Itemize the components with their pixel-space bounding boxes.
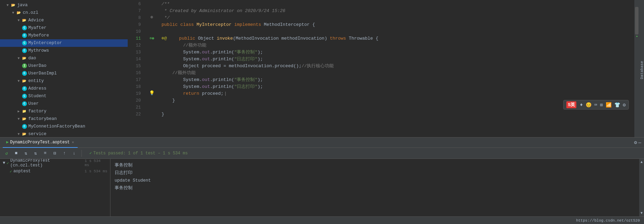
tree-item-dao[interactable]: ▼ 📂 dao xyxy=(0,54,128,62)
tree-item-myconnetionfactorybean[interactable]: C MyConnetionFactoryBean xyxy=(0,123,128,130)
test-item-time-main: 1 s 534 ms xyxy=(85,159,107,167)
class-icon-student: C xyxy=(22,94,27,99)
tab-close-icon[interactable]: ✕ xyxy=(72,140,74,144)
collapse-button[interactable]: ⊟ xyxy=(51,150,59,157)
editor-scrollbar[interactable] xyxy=(634,0,639,137)
class-icon-mybefore: C xyxy=(22,33,27,38)
tree-item-factory[interactable]: ▶ 📁 factory xyxy=(0,108,128,115)
bottom-scrollbar[interactable]: ▲ ▼ xyxy=(639,159,644,216)
stop-button[interactable]: ■ xyxy=(12,150,20,157)
bottom-panel: ▶ DynamicProxyTest.aoptest ✕ ⚙ — ↺ ■ ⇅ ⇅… xyxy=(0,137,644,216)
test-item-name-aoptest: aoptest xyxy=(13,169,31,174)
tree-label-cnozl: cn.ozl xyxy=(23,10,38,15)
tree-item-java[interactable]: ▼ 📂 java xyxy=(0,1,128,9)
folder-icon-java: 📂 xyxy=(10,2,16,8)
tree-item-mybefore[interactable]: C Mybefore xyxy=(0,32,128,39)
rerun-button[interactable]: ↺ xyxy=(3,150,10,157)
class-icon-user: C xyxy=(22,101,27,106)
test-list-area: ▼ ✓ DynamicProxyTest (cn.ozl.test) 1 s 5… xyxy=(0,159,644,216)
sort-button[interactable]: ⇅ xyxy=(22,150,30,157)
class-icon-mythrows: C xyxy=(22,48,27,53)
float-btn-emoji[interactable]: 😊 xyxy=(586,102,592,108)
bottom-tabs: ▶ DynamicProxyTest.aoptest ✕ ⚙ — xyxy=(0,138,644,148)
test-pass-icon-aoptest: ✓ xyxy=(10,169,12,174)
scroll-up-icon[interactable]: ▲ xyxy=(641,160,643,164)
tree-item-factorybean[interactable]: ▼ 📂 factorybean xyxy=(0,115,128,123)
test-list[interactable]: ▼ ✓ DynamicProxyTest (cn.ozl.test) 1 s 5… xyxy=(0,159,110,216)
folder-icon-entity: 📂 xyxy=(21,78,27,84)
nav-up-button[interactable]: ↑ xyxy=(61,150,68,157)
test-result-text: Tests passed: 1 of 1 test – 1 s 534 ms xyxy=(93,151,188,156)
tree-label-factorybean: factorybean xyxy=(28,116,57,121)
tree-label-userdao: UserDao xyxy=(28,63,47,68)
tree-label-myafter: Myafter xyxy=(28,26,47,30)
tree-label-mythrows: Mythrows xyxy=(28,48,49,53)
nav-down-button[interactable]: ↓ xyxy=(70,150,78,157)
code-line-7: * Created by Administrator on 2020/9/24 … xyxy=(162,8,634,14)
tree-item-advice[interactable]: ▼ 📂 Advice xyxy=(0,17,128,24)
float-btn-signal[interactable]: 📶 xyxy=(606,102,612,108)
output-line-3: update Student xyxy=(115,177,635,184)
gutter-icons: ⊕ ⊕◉ 💡 xyxy=(145,0,159,137)
chevron-advice: ▼ xyxy=(17,18,21,22)
float-btn-gear[interactable]: ⚙ xyxy=(623,102,626,108)
folder-icon-cnozl: 📂 xyxy=(16,10,21,16)
output-line-1: 事务控制 xyxy=(115,162,635,169)
minimize-icon[interactable]: — xyxy=(638,140,641,145)
test-item-dynamicproxytest[interactable]: ▼ ✓ DynamicProxyTest (cn.ozl.test) 1 s 5… xyxy=(0,159,110,167)
floating-toolbar[interactable]: S英 ♦ 😊 ⌨ ⊞ 📶 👕 ⚙ xyxy=(563,100,629,110)
tree-item-userdaoimpl[interactable]: C UserDaoImpl xyxy=(0,70,128,77)
tree-item-address[interactable]: C Address xyxy=(0,85,128,92)
code-line-19: return proceed;| xyxy=(162,90,634,97)
tree-item-userdao[interactable]: I UserDao xyxy=(0,62,128,70)
class-icon-myinterceptor: C xyxy=(22,41,27,45)
check-icon: ✓ xyxy=(89,151,92,156)
tree-item-mythrows[interactable]: C Mythrows xyxy=(0,47,128,54)
file-tree[interactable]: ▼ 📂 java ▼ 📂 cn.ozl ▼ 📂 Advice C Myafter… xyxy=(0,0,128,137)
tree-label-advice: Advice xyxy=(28,18,44,23)
tab-dynamicproxytest[interactable]: ▶ DynamicProxyTest.aoptest ✕ xyxy=(3,138,78,148)
code-line-12: //额外功能 xyxy=(162,42,634,49)
test-item-time-aoptest: 1 s 534 ms xyxy=(85,169,107,173)
database-label: Database xyxy=(640,61,644,79)
code-line-8: */ xyxy=(162,14,634,21)
line-numbers: 6 7 8 9 10 11 12 13 14 15 16 17 18 19 20… xyxy=(128,0,145,137)
test-item-name-main: DynamicProxyTest (cn.ozl.test) xyxy=(10,159,85,168)
expand-button[interactable]: ≡ xyxy=(41,150,49,157)
folder-icon-factory: 📁 xyxy=(21,109,27,114)
tree-label-user: User xyxy=(28,101,39,106)
test-item-aoptest[interactable]: ✓ aoptest 1 s 534 ms xyxy=(0,167,110,175)
tree-label-factory: factory xyxy=(28,109,47,114)
tree-label-service: service xyxy=(28,132,47,136)
scroll-down-icon[interactable]: ▼ xyxy=(641,211,643,215)
code-line-11: ⊕@ public Object invoke(MethodInvocation… xyxy=(162,35,634,42)
chevron-service: ▼ xyxy=(17,132,21,136)
float-btn-keyboard[interactable]: ⌨ xyxy=(594,102,597,108)
chevron-java: ▼ xyxy=(6,3,10,7)
tree-item-student[interactable]: C Student xyxy=(0,92,128,100)
code-line-14: System.out.println("日志打印"); xyxy=(162,56,634,63)
chevron-factory: ▶ xyxy=(17,109,21,113)
class-icon-myconnetionfactorybean: C xyxy=(22,124,27,129)
s-logo: S英 xyxy=(566,101,576,108)
chevron-factorybean: ▼ xyxy=(17,117,21,121)
tree-item-entity[interactable]: ▼ 📂 entity xyxy=(0,77,128,85)
tree-item-myafter[interactable]: C Myafter xyxy=(0,24,128,32)
tree-label-entity: entity xyxy=(28,79,44,83)
float-btn-diamond[interactable]: ♦ xyxy=(580,102,583,108)
database-panel[interactable]: Database xyxy=(639,0,644,137)
tree-item-service[interactable]: ▼ 📂 service xyxy=(0,130,128,137)
float-btn-grid[interactable]: ⊞ xyxy=(600,102,603,108)
float-btn-shirt[interactable]: 👕 xyxy=(614,102,620,108)
tree-item-cnozl[interactable]: ▼ 📂 cn.ozl xyxy=(0,9,128,17)
tree-item-user[interactable]: C User xyxy=(0,100,128,108)
code-line-13: System.out.println("事务控制"); xyxy=(162,49,634,56)
settings-icon[interactable]: ⚙ xyxy=(634,140,637,145)
class-icon-address: C xyxy=(22,86,27,91)
code-line-6: /** xyxy=(162,1,634,8)
sort2-button[interactable]: ⇅ xyxy=(32,150,39,157)
tree-label-userdaoimpl: UserDaoImpl xyxy=(28,71,57,76)
tree-item-myinterceptor[interactable]: C MyInterceptor xyxy=(0,39,128,47)
code-line-9: public class MyInterceptor implements Me… xyxy=(162,21,634,28)
tree-label-address: Address xyxy=(28,86,47,91)
